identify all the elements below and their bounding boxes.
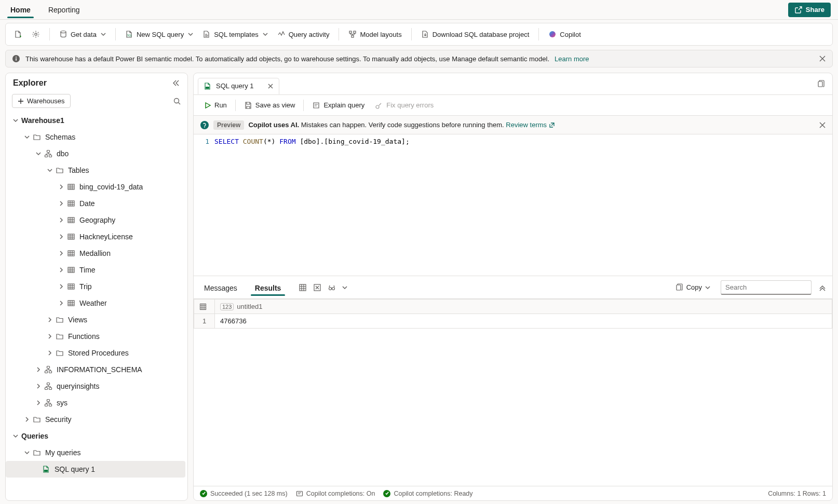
new-item-button[interactable] <box>10 27 26 42</box>
results-panel: Messages Results Copy <box>194 276 832 500</box>
copilot-icon <box>548 30 557 38</box>
chevron-down-icon <box>263 32 268 37</box>
info-banner: This warehouse has a default Power BI se… <box>5 50 833 67</box>
new-sql-query-button[interactable]: SQL New SQL query <box>121 27 197 42</box>
svg-point-6 <box>549 31 556 37</box>
close-icon <box>267 83 274 89</box>
download-project-button[interactable]: Download SQL database project <box>417 27 534 42</box>
settings-button[interactable] <box>28 27 44 42</box>
tree-node-sql-query-1[interactable]: SQL query 1 <box>6 461 185 478</box>
tree-label: Date <box>79 199 95 208</box>
svg-rect-27 <box>49 388 52 390</box>
table-row[interactable]: 1 4766736 <box>194 314 832 329</box>
gear-icon <box>32 30 40 38</box>
tree-node-my-queries[interactable]: My queries <box>6 444 185 461</box>
share-button[interactable]: Share <box>788 3 831 17</box>
sql-templates-button[interactable]: SQL templates <box>198 27 272 42</box>
tab-home[interactable]: Home <box>7 2 34 18</box>
tree-node-queries[interactable]: Queries <box>6 428 185 444</box>
tree-node-table[interactable]: HackneyLicense <box>6 228 185 245</box>
copy-button[interactable]: Copy <box>670 281 713 294</box>
results-search <box>721 280 812 295</box>
results-expand-button[interactable] <box>819 284 826 291</box>
tree-node-sprocs[interactable]: Stored Procedures <box>6 345 185 361</box>
chevron-right-icon <box>47 334 52 339</box>
editor-tab-sql-query-1[interactable]: SQL query 1 <box>198 78 279 94</box>
tree-node-table[interactable]: Geography <box>6 212 185 228</box>
info-learn-more-link[interactable]: Learn more <box>555 55 589 63</box>
tree-node-sys[interactable]: sys <box>6 394 185 411</box>
tree-node-table[interactable]: Trip <box>6 278 185 295</box>
editor-tab-close[interactable] <box>267 83 274 89</box>
tab-messages[interactable]: Messages <box>200 280 241 295</box>
results-column-header[interactable]: 123 untitled1 <box>215 299 832 314</box>
chevron-right-icon <box>59 284 64 289</box>
copilot-icon <box>200 120 209 130</box>
schema-icon <box>44 149 52 158</box>
copilot-banner-text: Mistakes can happen. Verify code suggest… <box>301 121 504 129</box>
wrench-icon <box>375 101 383 110</box>
tree-node-warehouse[interactable]: Warehouse1 <box>6 112 185 129</box>
chevron-right-icon <box>59 251 64 256</box>
chevron-right-icon <box>36 400 41 405</box>
tree-node-security[interactable]: Security <box>6 411 185 428</box>
tree-node-table[interactable]: Date <box>6 195 185 212</box>
results-search-input[interactable] <box>721 280 812 295</box>
tree-node-info-schema[interactable]: INFORMATION_SCHEMA <box>6 361 185 378</box>
tree-label: Schemas <box>45 133 75 141</box>
code-token: COUNT <box>243 138 263 145</box>
tree-node-table[interactable]: bing_covid-19_data <box>6 179 185 195</box>
get-data-button[interactable]: Get data <box>55 27 110 42</box>
tree-node-functions[interactable]: Functions <box>6 328 185 345</box>
line-number: 1 <box>194 137 209 147</box>
svg-rect-22 <box>47 366 50 369</box>
tree-node-views[interactable]: Views <box>6 311 185 328</box>
tab-reporting[interactable]: Reporting <box>45 2 83 18</box>
sql-editor[interactable]: 1 SELECT COUNT(*) FROM [dbo].[bing_covid… <box>194 134 832 276</box>
table-icon <box>67 216 75 224</box>
explorer-title: Explorer <box>13 78 172 88</box>
table-icon <box>67 183 75 191</box>
results-view-grid-button[interactable] <box>299 283 307 292</box>
copy-window-button[interactable] <box>817 80 825 88</box>
results-view-more-button[interactable] <box>342 285 347 290</box>
tree-node-tables[interactable]: Tables <box>6 162 185 179</box>
folder-icon <box>56 349 64 357</box>
share-label: Share <box>806 6 825 13</box>
explain-query-button[interactable]: Explain query <box>307 99 370 112</box>
tree-node-queryinsights[interactable]: queryinsights <box>6 378 185 394</box>
copilot-completions-icon <box>296 490 303 497</box>
results-view-chart-button[interactable] <box>328 283 336 292</box>
svg-rect-18 <box>68 251 74 256</box>
copilot-banner-close[interactable] <box>819 121 826 129</box>
download-icon <box>421 30 429 38</box>
collapse-explorer-button[interactable] <box>172 79 180 87</box>
tree-node-dbo[interactable]: dbo <box>6 145 185 162</box>
chevron-down-icon <box>13 118 18 123</box>
excel-icon <box>313 283 321 292</box>
copilot-button[interactable]: Copilot <box>544 27 585 42</box>
editor-code[interactable]: SELECT COUNT(*) FROM [dbo].[bing_covid-1… <box>214 134 832 276</box>
svg-rect-31 <box>44 470 48 472</box>
add-warehouses-button[interactable]: Warehouses <box>12 94 71 108</box>
chevron-down-icon <box>24 450 30 455</box>
tree-node-table[interactable]: Medallion <box>6 245 185 262</box>
review-terms-link[interactable]: Review terms <box>506 121 555 129</box>
tree-node-table[interactable]: Weather <box>6 295 185 311</box>
tab-results[interactable]: Results <box>251 280 286 295</box>
column-type-badge: 123 <box>220 303 234 310</box>
query-activity-button[interactable]: Query activity <box>273 27 334 42</box>
run-button[interactable]: Run <box>199 99 232 112</box>
column-name: untitled1 <box>237 303 262 310</box>
search-explorer-button[interactable] <box>173 97 181 105</box>
save-as-view-label: Save as view <box>255 101 295 109</box>
tree-node-schemas[interactable]: Schemas <box>6 129 185 145</box>
download-project-label: Download SQL database project <box>432 31 530 38</box>
info-banner-close[interactable] <box>819 55 826 62</box>
chevron-right-icon <box>47 317 52 322</box>
sql-templates-label: SQL templates <box>214 31 259 38</box>
results-view-excel-button[interactable] <box>313 283 321 292</box>
tree-node-table[interactable]: Time <box>6 262 185 278</box>
save-as-view-button[interactable]: Save as view <box>239 99 301 112</box>
model-layouts-button[interactable]: Model layouts <box>344 27 406 42</box>
